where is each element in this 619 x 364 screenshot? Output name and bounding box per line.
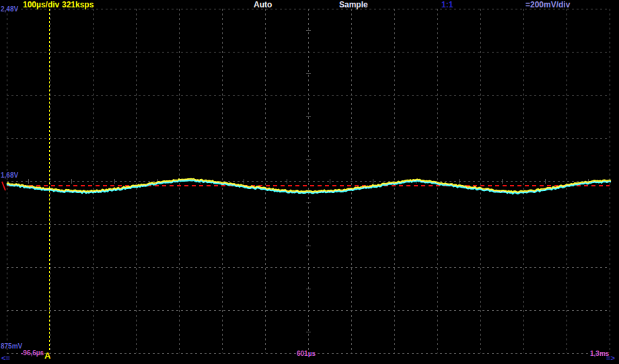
voltage-label-bottom: 875mV <box>1 343 22 350</box>
pan-left-arrow[interactable]: <= <box>1 355 10 362</box>
voltage-label-center: 1,68V <box>1 172 18 179</box>
time-label-left: -96,6µs <box>21 350 44 357</box>
timebase-readout: 100µs/div <box>23 1 59 9</box>
voltage-label-top: 2,48V <box>1 6 18 13</box>
probe-ratio-readout: 1:1 <box>441 1 453 9</box>
pan-right-arrow[interactable]: => <box>606 355 615 362</box>
trigger-position-marker[interactable]: A <box>44 351 50 360</box>
oscilloscope-screen: 100µs/div 321ksps Auto Sample 1:1 =200mV… <box>0 0 619 364</box>
time-label-center: 601µs <box>297 351 316 357</box>
vertical-scale-readout: =200mV/div <box>525 1 570 9</box>
acquisition-mode-readout: Sample <box>339 1 368 9</box>
sample-rate-readout: 321ksps <box>62 1 94 9</box>
trigger-mode-readout: Auto <box>254 1 272 9</box>
trigger-level-edge-marker[interactable] <box>2 182 5 190</box>
waveform-plot <box>0 0 619 364</box>
